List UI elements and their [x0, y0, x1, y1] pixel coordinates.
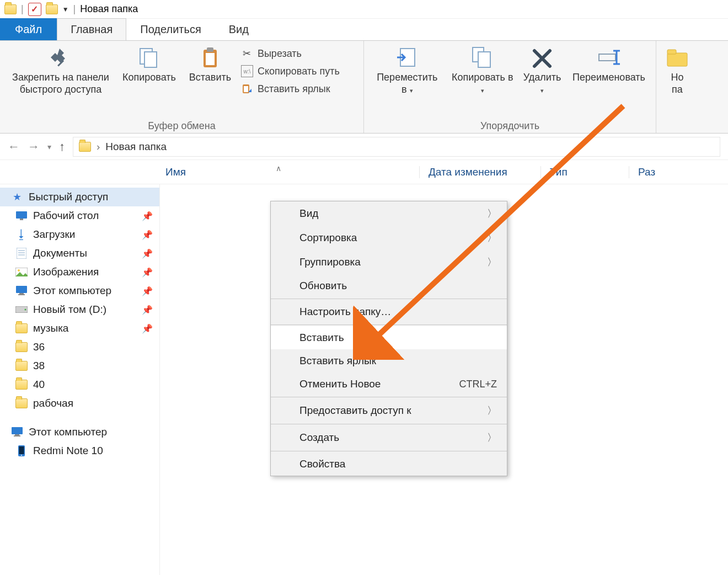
history-dropdown[interactable]: ▾ — [47, 142, 51, 151]
svg-point-35 — [21, 455, 22, 456]
ctx-group[interactable]: Группировка 〉 — [271, 250, 507, 274]
sidebar-item-40[interactable]: 40 — [0, 375, 159, 394]
rename-button[interactable]: Переименовать — [568, 44, 650, 86]
pin-icon: 📌 — [142, 211, 153, 221]
cut-button[interactable]: ✂ Вырезать — [241, 47, 340, 60]
back-button[interactable]: ← — [8, 140, 20, 154]
chevron-right-icon: 〉 — [487, 431, 497, 444]
sidebar-label: Быстрый доступ — [29, 191, 108, 203]
up-button[interactable]: ↑ — [59, 140, 65, 154]
ctx-separator — [271, 324, 507, 325]
address-bar[interactable]: › Новая папка — [73, 137, 720, 157]
pin-icon: 📌 — [142, 248, 153, 259]
group-label: Упорядочить — [370, 119, 650, 132]
sidebar-item-phone[interactable]: Redmi Note 10 — [0, 441, 159, 460]
svg-rect-25 — [16, 286, 27, 293]
tab-share[interactable]: Поделиться — [126, 18, 215, 40]
sidebar-item-rabochaya[interactable]: рабочая — [0, 394, 159, 413]
column-size[interactable]: Раз — [629, 166, 695, 178]
tab-file[interactable]: Файл — [0, 18, 57, 40]
copy-path-button[interactable]: w:\ Скопировать путь — [241, 65, 340, 77]
drive-icon — [15, 304, 28, 316]
sidebar-quick-access[interactable]: ★ Быстрый доступ — [0, 188, 159, 206]
pin-to-quick-access-button[interactable]: Закрепить на панели быстрого доступа — [6, 44, 116, 98]
folder-icon — [15, 380, 28, 390]
delete-button[interactable]: Удалить▾ — [520, 44, 564, 98]
sidebar-item-downloads[interactable]: ⭳ Загрузки 📌 — [0, 225, 159, 244]
chevron-right-icon: 〉 — [487, 231, 497, 244]
ctx-share-access[interactable]: Предоставить доступ к 〉 — [271, 398, 507, 423]
column-date[interactable]: Дата изменения — [419, 166, 540, 178]
ctx-customize-folder[interactable]: Настроить папку… — [271, 300, 507, 323]
context-menu: Вид 〉 Сортировка 〉 Группировка 〉 Обновит… — [270, 201, 507, 476]
pin-icon: 📌 — [142, 323, 153, 334]
sidebar-label: Рабочий стол — [33, 210, 99, 222]
documents-icon — [15, 247, 28, 259]
sidebar-item-38[interactable]: 38 — [0, 356, 159, 375]
copy-to-button[interactable]: Копировать в ▾ — [448, 44, 517, 98]
move-to-button[interactable]: Переместить в ▾ — [370, 44, 445, 98]
folder-icon[interactable] — [46, 4, 58, 14]
column-label: Дата изменения — [429, 166, 507, 178]
copy-icon — [137, 46, 161, 68]
tab-home[interactable]: Главная — [57, 18, 126, 40]
pin-icon — [49, 46, 73, 68]
svg-rect-31 — [15, 434, 19, 435]
ctx-paste[interactable]: Вставить — [271, 326, 507, 349]
qat-properties-icon[interactable]: ✓ — [28, 3, 41, 16]
ctx-undo[interactable]: Отменить Новое CTRL+Z — [271, 372, 507, 396]
svg-rect-10 — [478, 52, 490, 67]
svg-point-29 — [25, 309, 26, 311]
sidebar-item-pictures[interactable]: Изображения 📌 — [0, 263, 159, 281]
column-label: Раз — [638, 166, 655, 178]
navigation-bar: ← → ▾ ↑ › Новая папка — [0, 134, 728, 160]
ctx-view[interactable]: Вид 〉 — [271, 201, 507, 226]
ctx-properties[interactable]: Свойства — [271, 452, 507, 476]
sidebar-item-documents[interactable]: Документы 📌 — [0, 244, 159, 263]
svg-rect-5 — [207, 47, 213, 52]
qat-dropdown-icon[interactable]: ▼ — [62, 6, 69, 13]
svg-rect-32 — [14, 435, 20, 436]
sidebar-label: 38 — [33, 360, 45, 372]
ctx-separator — [271, 424, 507, 424]
button-label: Вставить — [189, 72, 231, 84]
paste-button[interactable]: Вставить — [183, 44, 238, 86]
sidebar-item-36[interactable]: 36 — [0, 338, 159, 356]
ctx-sort[interactable]: Сортировка 〉 — [271, 226, 507, 250]
ctx-label: Отменить Новое — [299, 378, 381, 390]
button-label: Копировать — [122, 72, 176, 84]
button-label: Вырезать — [258, 48, 302, 60]
content-area[interactable]: Вид 〉 Сортировка 〉 Группировка 〉 Обновит… — [160, 184, 728, 575]
separator: | — [21, 3, 24, 15]
ctx-paste-shortcut[interactable]: Вставить ярлык — [271, 349, 507, 372]
sidebar-item-desktop[interactable]: Рабочий стол 📌 — [0, 206, 159, 225]
ctx-refresh[interactable]: Обновить — [271, 274, 507, 297]
pin-icon: 📌 — [142, 305, 153, 315]
titlebar: | ✓ ▼ | Новая папка — [0, 0, 728, 19]
copy-button[interactable]: Копировать — [119, 44, 179, 86]
breadcrumb[interactable]: Новая папка — [105, 141, 167, 153]
column-name[interactable]: Имя ∧ — [165, 166, 419, 178]
pin-icon: 📌 — [142, 267, 153, 278]
sidebar-label: музыка — [33, 322, 68, 334]
new-folder-button[interactable]: Но па — [662, 44, 693, 98]
ctx-label: Настроить папку… — [299, 306, 391, 318]
sidebar-this-pc[interactable]: Этот компьютер — [0, 423, 159, 441]
svg-rect-17 — [16, 211, 27, 219]
ribbon-tabs: Файл Главная Поделиться Вид — [0, 19, 728, 41]
tab-view[interactable]: Вид — [215, 18, 263, 40]
folder-icon — [15, 342, 28, 352]
paste-shortcut-button[interactable]: Вставить ярлык — [241, 83, 340, 95]
pictures-icon — [15, 266, 28, 278]
button-label: Удалить▾ — [523, 72, 561, 95]
sidebar-item-music[interactable]: музыка 📌 — [0, 319, 159, 338]
button-label: Переименовать — [572, 72, 645, 84]
column-label: Имя — [165, 166, 186, 178]
sidebar-item-this-pc[interactable]: Этот компьютер 📌 — [0, 281, 159, 300]
sidebar-label: рабочая — [33, 397, 73, 409]
ctx-create[interactable]: Создать 〉 — [271, 425, 507, 450]
forward-button[interactable]: → — [28, 140, 40, 154]
svg-rect-27 — [18, 294, 25, 295]
column-type[interactable]: Тип — [540, 166, 629, 178]
sidebar-item-drive-d[interactable]: Новый том (D:) 📌 — [0, 300, 159, 319]
